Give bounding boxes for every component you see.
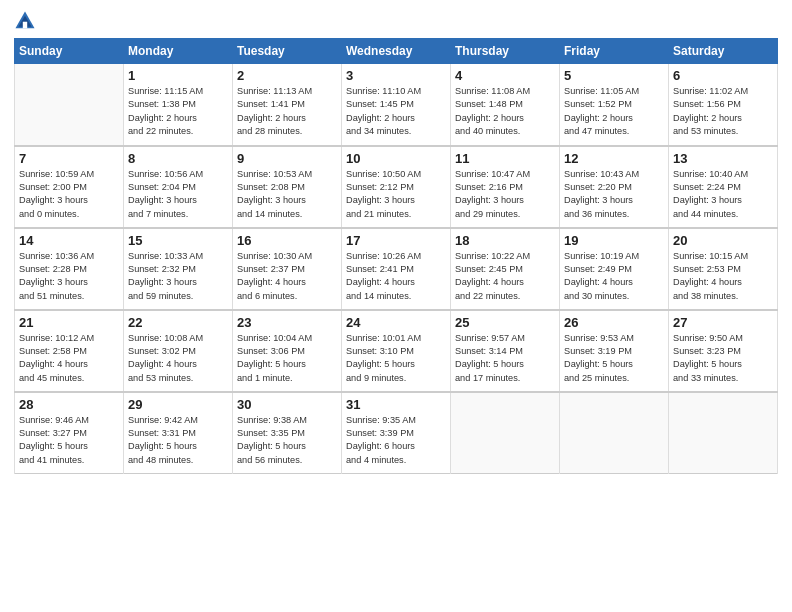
day-cell: 17Sunrise: 10:26 AM Sunset: 2:41 PM Dayl… xyxy=(342,228,451,310)
day-cell: 16Sunrise: 10:30 AM Sunset: 2:37 PM Dayl… xyxy=(233,228,342,310)
day-cell: 10Sunrise: 10:50 AM Sunset: 2:12 PM Dayl… xyxy=(342,146,451,228)
week-row-5: 28Sunrise: 9:46 AM Sunset: 3:27 PM Dayli… xyxy=(15,392,778,474)
day-number: 25 xyxy=(455,315,555,330)
week-row-2: 7Sunrise: 10:59 AM Sunset: 2:00 PM Dayli… xyxy=(15,146,778,228)
week-row-1: 1Sunrise: 11:15 AM Sunset: 1:38 PM Dayli… xyxy=(15,64,778,146)
day-cell: 30Sunrise: 9:38 AM Sunset: 3:35 PM Dayli… xyxy=(233,392,342,474)
day-number: 28 xyxy=(19,397,119,412)
day-info: Sunrise: 10:15 AM Sunset: 2:53 PM Daylig… xyxy=(673,250,773,303)
day-number: 27 xyxy=(673,315,773,330)
weekday-header-tuesday: Tuesday xyxy=(233,39,342,64)
week-row-3: 14Sunrise: 10:36 AM Sunset: 2:28 PM Dayl… xyxy=(15,228,778,310)
day-info: Sunrise: 11:13 AM Sunset: 1:41 PM Daylig… xyxy=(237,85,337,138)
day-info: Sunrise: 10:19 AM Sunset: 2:49 PM Daylig… xyxy=(564,250,664,303)
day-cell: 28Sunrise: 9:46 AM Sunset: 3:27 PM Dayli… xyxy=(15,392,124,474)
page-container: SundayMondayTuesdayWednesdayThursdayFrid… xyxy=(0,0,792,482)
day-number: 7 xyxy=(19,151,119,166)
day-number: 15 xyxy=(128,233,228,248)
calendar-table: SundayMondayTuesdayWednesdayThursdayFrid… xyxy=(14,38,778,474)
day-info: Sunrise: 9:57 AM Sunset: 3:14 PM Dayligh… xyxy=(455,332,555,385)
day-info: Sunrise: 10:22 AM Sunset: 2:45 PM Daylig… xyxy=(455,250,555,303)
weekday-header-saturday: Saturday xyxy=(669,39,778,64)
day-cell: 23Sunrise: 10:04 AM Sunset: 3:06 PM Dayl… xyxy=(233,310,342,392)
day-number: 8 xyxy=(128,151,228,166)
day-cell xyxy=(669,392,778,474)
day-number: 14 xyxy=(19,233,119,248)
day-number: 4 xyxy=(455,68,555,83)
day-info: Sunrise: 10:43 AM Sunset: 2:20 PM Daylig… xyxy=(564,168,664,221)
day-cell: 27Sunrise: 9:50 AM Sunset: 3:23 PM Dayli… xyxy=(669,310,778,392)
day-cell: 9Sunrise: 10:53 AM Sunset: 2:08 PM Dayli… xyxy=(233,146,342,228)
logo xyxy=(14,10,40,32)
day-number: 13 xyxy=(673,151,773,166)
day-number: 5 xyxy=(564,68,664,83)
day-number: 6 xyxy=(673,68,773,83)
day-info: Sunrise: 10:04 AM Sunset: 3:06 PM Daylig… xyxy=(237,332,337,385)
day-number: 11 xyxy=(455,151,555,166)
day-cell: 26Sunrise: 9:53 AM Sunset: 3:19 PM Dayli… xyxy=(560,310,669,392)
day-number: 12 xyxy=(564,151,664,166)
day-cell: 18Sunrise: 10:22 AM Sunset: 2:45 PM Dayl… xyxy=(451,228,560,310)
day-number: 23 xyxy=(237,315,337,330)
day-info: Sunrise: 10:36 AM Sunset: 2:28 PM Daylig… xyxy=(19,250,119,303)
day-cell: 5Sunrise: 11:05 AM Sunset: 1:52 PM Dayli… xyxy=(560,64,669,146)
day-info: Sunrise: 11:10 AM Sunset: 1:45 PM Daylig… xyxy=(346,85,446,138)
day-info: Sunrise: 11:08 AM Sunset: 1:48 PM Daylig… xyxy=(455,85,555,138)
day-info: Sunrise: 10:12 AM Sunset: 2:58 PM Daylig… xyxy=(19,332,119,385)
day-number: 10 xyxy=(346,151,446,166)
day-number: 3 xyxy=(346,68,446,83)
day-number: 18 xyxy=(455,233,555,248)
day-number: 17 xyxy=(346,233,446,248)
weekday-header-friday: Friday xyxy=(560,39,669,64)
svg-rect-2 xyxy=(23,22,27,29)
weekday-header-thursday: Thursday xyxy=(451,39,560,64)
day-info: Sunrise: 10:40 AM Sunset: 2:24 PM Daylig… xyxy=(673,168,773,221)
day-info: Sunrise: 11:05 AM Sunset: 1:52 PM Daylig… xyxy=(564,85,664,138)
day-info: Sunrise: 9:35 AM Sunset: 3:39 PM Dayligh… xyxy=(346,414,446,467)
day-info: Sunrise: 10:56 AM Sunset: 2:04 PM Daylig… xyxy=(128,168,228,221)
day-cell xyxy=(451,392,560,474)
day-cell: 24Sunrise: 10:01 AM Sunset: 3:10 PM Dayl… xyxy=(342,310,451,392)
day-number: 21 xyxy=(19,315,119,330)
day-info: Sunrise: 11:02 AM Sunset: 1:56 PM Daylig… xyxy=(673,85,773,138)
weekday-header-wednesday: Wednesday xyxy=(342,39,451,64)
day-info: Sunrise: 10:08 AM Sunset: 3:02 PM Daylig… xyxy=(128,332,228,385)
day-cell: 2Sunrise: 11:13 AM Sunset: 1:41 PM Dayli… xyxy=(233,64,342,146)
day-cell: 31Sunrise: 9:35 AM Sunset: 3:39 PM Dayli… xyxy=(342,392,451,474)
day-cell: 8Sunrise: 10:56 AM Sunset: 2:04 PM Dayli… xyxy=(124,146,233,228)
day-number: 9 xyxy=(237,151,337,166)
day-cell: 21Sunrise: 10:12 AM Sunset: 2:58 PM Dayl… xyxy=(15,310,124,392)
weekday-header-monday: Monday xyxy=(124,39,233,64)
day-cell xyxy=(560,392,669,474)
day-info: Sunrise: 9:53 AM Sunset: 3:19 PM Dayligh… xyxy=(564,332,664,385)
day-cell: 19Sunrise: 10:19 AM Sunset: 2:49 PM Dayl… xyxy=(560,228,669,310)
day-cell: 15Sunrise: 10:33 AM Sunset: 2:32 PM Dayl… xyxy=(124,228,233,310)
day-number: 26 xyxy=(564,315,664,330)
day-cell: 20Sunrise: 10:15 AM Sunset: 2:53 PM Dayl… xyxy=(669,228,778,310)
day-cell: 29Sunrise: 9:42 AM Sunset: 3:31 PM Dayli… xyxy=(124,392,233,474)
day-number: 19 xyxy=(564,233,664,248)
day-info: Sunrise: 11:15 AM Sunset: 1:38 PM Daylig… xyxy=(128,85,228,138)
day-info: Sunrise: 9:42 AM Sunset: 3:31 PM Dayligh… xyxy=(128,414,228,467)
day-cell: 22Sunrise: 10:08 AM Sunset: 3:02 PM Dayl… xyxy=(124,310,233,392)
day-info: Sunrise: 10:53 AM Sunset: 2:08 PM Daylig… xyxy=(237,168,337,221)
day-cell: 25Sunrise: 9:57 AM Sunset: 3:14 PM Dayli… xyxy=(451,310,560,392)
day-number: 29 xyxy=(128,397,228,412)
day-info: Sunrise: 10:50 AM Sunset: 2:12 PM Daylig… xyxy=(346,168,446,221)
day-cell: 12Sunrise: 10:43 AM Sunset: 2:20 PM Dayl… xyxy=(560,146,669,228)
day-cell: 11Sunrise: 10:47 AM Sunset: 2:16 PM Dayl… xyxy=(451,146,560,228)
day-number: 2 xyxy=(237,68,337,83)
day-cell: 7Sunrise: 10:59 AM Sunset: 2:00 PM Dayli… xyxy=(15,146,124,228)
day-number: 24 xyxy=(346,315,446,330)
day-cell xyxy=(15,64,124,146)
header xyxy=(14,10,778,32)
day-cell: 6Sunrise: 11:02 AM Sunset: 1:56 PM Dayli… xyxy=(669,64,778,146)
day-number: 20 xyxy=(673,233,773,248)
day-cell: 14Sunrise: 10:36 AM Sunset: 2:28 PM Dayl… xyxy=(15,228,124,310)
day-number: 31 xyxy=(346,397,446,412)
day-cell: 4Sunrise: 11:08 AM Sunset: 1:48 PM Dayli… xyxy=(451,64,560,146)
day-number: 30 xyxy=(237,397,337,412)
day-info: Sunrise: 9:50 AM Sunset: 3:23 PM Dayligh… xyxy=(673,332,773,385)
day-info: Sunrise: 10:30 AM Sunset: 2:37 PM Daylig… xyxy=(237,250,337,303)
day-info: Sunrise: 10:33 AM Sunset: 2:32 PM Daylig… xyxy=(128,250,228,303)
